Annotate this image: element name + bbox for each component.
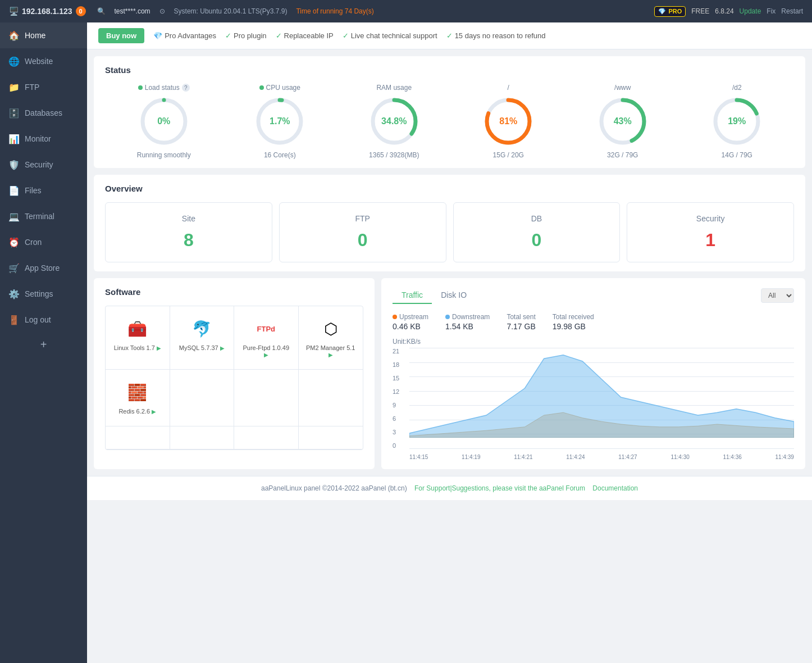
software-cell-3[interactable]: ⬡ PM2 Manager 5.1 ▶ — [299, 306, 363, 370]
main-content: Buy now 💎 Pro Advantages ✓ Pro plugin ✓ … — [87, 22, 812, 663]
sidebar-label-7: Terminal — [25, 212, 54, 221]
overview-card-ftp[interactable]: FTP 0 — [279, 202, 446, 262]
stat-value: 19.98 GB — [553, 322, 594, 331]
overview-card-db[interactable]: DB 0 — [453, 202, 621, 262]
sidebar-item-log-out[interactable]: 🚪Log out — [0, 307, 87, 333]
footer-support-link[interactable]: For Support|Suggestions, please visit th… — [414, 484, 585, 492]
server-info: 🖥️ 192.168.1.123 0 — [9, 6, 86, 16]
update-link[interactable]: Update — [740, 7, 761, 15]
software-cell-1[interactable]: 🐬 MySQL 5.7.37 ▶ — [170, 306, 235, 370]
software-cell-0[interactable]: 🧰 Linux Tools 1.7 ▶ — [106, 306, 170, 370]
fix-link[interactable]: Fix — [767, 7, 775, 15]
traffic-filter-select[interactable]: All1h6h24h — [761, 288, 794, 303]
overview-card-label: Site — [117, 214, 261, 223]
add-sidebar-button[interactable]: + — [0, 333, 87, 357]
footer-doc-link[interactable]: Documentation — [592, 484, 638, 492]
gauge-header: Load status ? — [138, 84, 190, 92]
sidebar-item-monitor[interactable]: 📊Monitor — [0, 126, 87, 152]
sidebar-icon-2: 📁 — [9, 82, 19, 92]
traffic-tab-traffic[interactable]: Traffic — [393, 287, 432, 304]
sidebar-label-1: Website — [25, 57, 53, 66]
software-cell-9[interactable] — [170, 426, 235, 449]
sidebar-item-files[interactable]: 📄Files — [0, 178, 87, 203]
sidebar-icon-0: 🏠 — [9, 30, 19, 40]
sidebar-item-website[interactable]: 🌐Website — [0, 48, 87, 74]
sidebar-item-terminal[interactable]: 💻Terminal — [0, 203, 87, 229]
gauge-header: /www — [614, 84, 631, 92]
gauges-row: Load status ? 0% Running smoothly CPU us… — [105, 84, 794, 159]
promo-ip: ✓ Replaceable IP — [276, 31, 334, 40]
software-icon-3: ⬡ — [320, 317, 342, 340]
monitor-icon: 🖥️ — [9, 7, 19, 16]
chart-y-labels: 036912151821 — [393, 348, 407, 449]
overview-card-value: 8 — [117, 230, 261, 251]
sidebar-icon-10: ⚙️ — [9, 289, 19, 299]
sidebar-item-settings[interactable]: ⚙️Settings — [0, 281, 87, 307]
software-name-3: PM2 Manager 5.1 ▶ — [304, 344, 358, 358]
gauge-item: Load status ? 0% Running smoothly — [137, 84, 191, 159]
restart-link[interactable]: Restart — [781, 7, 803, 15]
chart-x-labels: 11:4:1511:4:1911:4:2111:4:2411:4:2711:4:… — [409, 449, 794, 460]
sidebar-label-10: Settings — [25, 289, 53, 298]
buy-now-button[interactable]: Buy now — [98, 28, 144, 43]
traffic-svg — [409, 348, 794, 438]
software-icon-0: 🧰 — [126, 317, 149, 340]
software-cell-4[interactable]: 🧱 Redis 6.2.6 ▶ — [106, 370, 170, 426]
stat-label: Total sent — [507, 313, 535, 321]
gauge-sub: Running smoothly — [137, 151, 191, 159]
y-label: 9 — [393, 402, 407, 408]
sidebar-item-databases[interactable]: 🗄️Databases — [0, 100, 87, 126]
gauge-label: / — [508, 84, 509, 92]
gauge-item: / 81% 15G / 20G — [483, 84, 533, 159]
software-cell-6[interactable] — [234, 370, 299, 426]
gauge-value: 81% — [499, 116, 517, 126]
traffic-unit-label: Unit:KB/s — [393, 338, 794, 346]
traffic-chart: 036912151821 11:4:1511:4:1911:4:2111:4:2… — [393, 348, 794, 460]
topbar-right: 💎 PRO FREE 6.8.24 Update Fix Restart — [654, 6, 803, 17]
sidebar-item-cron[interactable]: ⏰Cron — [0, 229, 87, 255]
sidebar-item-ftp[interactable]: 📁FTP — [0, 74, 87, 100]
system-icon: ⊙ — [159, 7, 165, 15]
stat-label: Total received — [553, 313, 594, 321]
status-dot — [138, 85, 143, 90]
overview-card-value: 0 — [291, 230, 435, 251]
sidebar-label-5: Security — [25, 160, 53, 169]
software-cell-5[interactable] — [170, 370, 235, 426]
info-icon[interactable]: ? — [182, 84, 190, 92]
sidebar-item-security[interactable]: 🛡️Security — [0, 152, 87, 178]
y-label: 12 — [393, 388, 407, 395]
x-label: 11:4:30 — [670, 454, 689, 460]
software-cell-7[interactable] — [299, 370, 363, 426]
overview-card-site[interactable]: Site 8 — [105, 202, 272, 262]
footer: aaPanelLinux panel ©2014-2022 aaPanel (b… — [87, 476, 812, 500]
version-label: 6.8.24 — [715, 7, 733, 15]
traffic-stats: Upstream 0.46 KB Downstream 1.54 KB Tota… — [393, 313, 794, 331]
traffic-tab-disk-io[interactable]: Disk IO — [432, 287, 476, 304]
software-name-4: Redis 6.2.6 ▶ — [118, 408, 156, 415]
traffic-header: Traffic Disk IO All1h6h24h — [393, 287, 794, 304]
gauge-sub: 16 Core(s) — [264, 151, 296, 159]
gauge-container: 34.8% — [369, 96, 419, 147]
software-cell-2[interactable]: FTPd Pure-Ftpd 1.0.49 ▶ — [234, 306, 299, 370]
stat-item-upstream: Upstream 0.46 KB — [393, 313, 428, 331]
software-cell-10[interactable] — [234, 426, 299, 449]
sidebar-item-home[interactable]: 🏠Home — [0, 22, 87, 48]
software-cell-11[interactable] — [299, 426, 363, 449]
two-col-layout: Software 🧰 Linux Tools 1.7 ▶ 🐬 MySQL 5.7… — [94, 278, 805, 469]
overview-card-security[interactable]: Security 1 — [627, 202, 794, 262]
y-label: 21 — [393, 348, 407, 355]
promo-chat: ✓ Live chat technical support — [343, 31, 437, 40]
traffic-section: Traffic Disk IO All1h6h24h Upstream 0.46… — [381, 278, 805, 469]
notification-badge[interactable]: 0 — [76, 6, 86, 16]
gauge-label: /d2 — [732, 84, 742, 92]
footer-copyright: aaPanelLinux panel ©2014-2022 aaPanel (b… — [261, 484, 407, 492]
overview-section: Overview Site 8 FTP 0 DB 0 Security 1 — [94, 175, 805, 271]
sidebar-icon-8: ⏰ — [9, 237, 19, 247]
software-cell-8[interactable] — [106, 426, 170, 449]
sidebar-item-app-store[interactable]: 🛒App Store — [0, 255, 87, 281]
gauge-header: RAM usage — [376, 84, 412, 92]
y-label: 15 — [393, 375, 407, 382]
promo-plugin: ✓ Pro plugin — [225, 31, 267, 40]
running-time-label: Time of running 74 Day(s) — [296, 7, 373, 15]
main-layout: 🏠Home🌐Website📁FTP🗄️Databases📊Monitor🛡️Se… — [0, 22, 812, 663]
